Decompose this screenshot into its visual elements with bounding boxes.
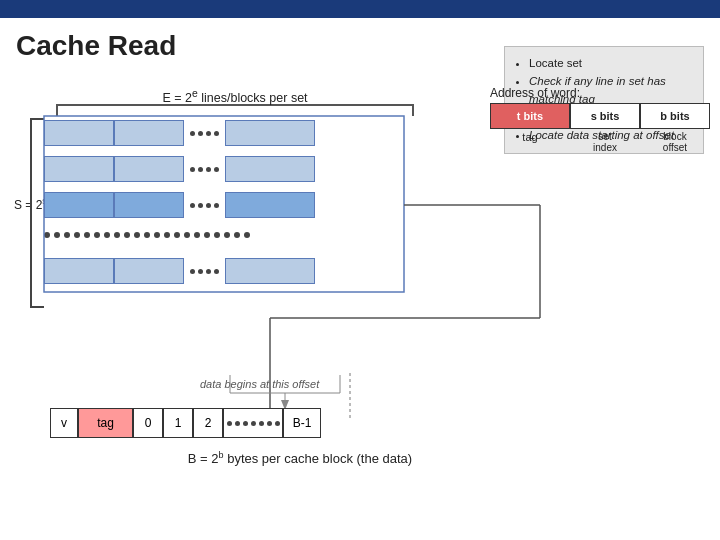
- dots-1: [190, 131, 219, 136]
- b-bits-cell: b bits: [640, 103, 710, 129]
- h-dots-row: [44, 232, 250, 238]
- addr-bits: t bits s bits b bits: [490, 103, 710, 129]
- dots-2: [190, 167, 219, 172]
- tag-label: tag: [490, 131, 570, 153]
- set-row-1: [44, 118, 315, 148]
- t-bits-cell: t bits: [490, 103, 570, 129]
- cell-3b: [114, 192, 184, 218]
- block-offset-label: blockoffset: [640, 131, 710, 153]
- main-content: Cache Read Locate set Check if any line …: [0, 18, 720, 540]
- set-row-3: [44, 190, 315, 220]
- v-cell: v: [50, 408, 78, 438]
- cell-4a: [44, 258, 114, 284]
- num-0-cell: 0: [133, 408, 163, 438]
- data-begins-label: data begins at this offset: [200, 378, 319, 390]
- cell-4b: [114, 258, 184, 284]
- cell-2b: [114, 156, 184, 182]
- info-item-1: Locate set: [529, 55, 693, 72]
- cell-2c: [225, 156, 315, 182]
- dots-3: [190, 203, 219, 208]
- cell-1a: [44, 120, 114, 146]
- set-row-2: [44, 154, 315, 184]
- address-box: Address of word: t bits s bits b bits ta…: [490, 86, 710, 153]
- cell-4c: [225, 258, 315, 284]
- tag-cell: tag: [78, 408, 133, 438]
- e-bracket: [56, 104, 414, 116]
- bdots-cell: [223, 408, 283, 438]
- cell-1c: [225, 120, 315, 146]
- e-label: E = 2e lines/blocks per set: [56, 88, 414, 105]
- top-banner: [0, 0, 720, 18]
- s-bits-cell: s bits: [570, 103, 640, 129]
- block-row: v tag 0 1 2 B-1: [50, 408, 321, 438]
- cell-2a: [44, 156, 114, 182]
- cell-1b: [114, 120, 184, 146]
- dots-4: [190, 269, 219, 274]
- block-label: B = 2b bytes per cache block (the data): [100, 450, 500, 466]
- addr-label: Address of word:: [490, 86, 710, 100]
- cell-3c: [225, 192, 315, 218]
- sets-bracket: [30, 118, 44, 308]
- addr-sub-labels: tag setindex blockoffset: [490, 131, 710, 153]
- set-row-4: [44, 256, 315, 286]
- num-2-cell: 2: [193, 408, 223, 438]
- cell-3a: [44, 192, 114, 218]
- num-1-cell: 1: [163, 408, 193, 438]
- bm1-cell: B-1: [283, 408, 321, 438]
- set-index-label: setindex: [570, 131, 640, 153]
